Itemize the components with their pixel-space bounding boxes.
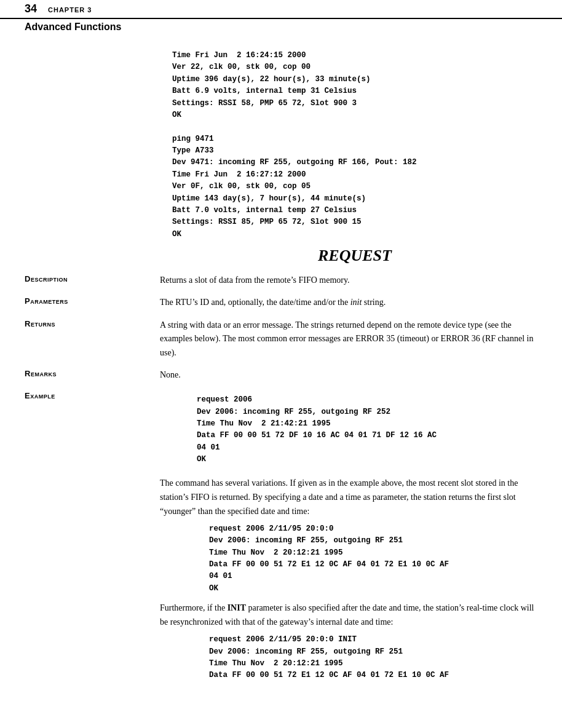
returns-content: A string with data or an error message. … [160, 318, 537, 360]
paragraph2-before: Furthermore, if the [160, 603, 228, 612]
main-content: Time Fri Jun 2 16:24:15 2000 Ver 22, clk… [0, 34, 562, 705]
top-code-block: Time Fri Jun 2 16:24:15 2000 Ver 22, clk… [172, 50, 537, 240]
page: 34 CHAPTER 3 Advanced Functions Time Fri… [0, 0, 562, 728]
chapter-label: CHAPTER 3 [48, 6, 92, 14]
parameters-content: The RTU’s ID and, optionally, the date/t… [160, 296, 537, 309]
paragraph1: The command has several variations. If g… [160, 476, 537, 518]
indented-code-2: request 2006 2/11/95 20:0:0 INIT Dev 200… [209, 634, 537, 682]
parameters-row: Parameters The RTU’s ID and, optionally,… [25, 296, 537, 309]
request-heading: REQUEST [172, 247, 537, 265]
returns-row: Returns A string with data or an error m… [25, 318, 537, 360]
returns-label: Returns [25, 318, 160, 360]
page-header: 34 CHAPTER 3 [0, 0, 562, 19]
description-row: Description Returns a slot of data from … [25, 274, 537, 287]
description-content: Returns a slot of data from the remote’s… [160, 274, 537, 287]
indented-code-1: request 2006 2/11/95 20:0:0 Dev 2006: in… [209, 523, 537, 595]
section-title: Advanced Functions [0, 19, 562, 34]
example-row: Example request 2006 Dev 2006: incoming … [25, 390, 537, 469]
example-content: request 2006 Dev 2006: incoming RF 255, … [160, 390, 537, 469]
init-italic: init [350, 298, 362, 307]
remarks-label: Remarks [25, 368, 160, 382]
paragraph1-wrapper: The command has several variations. If g… [160, 476, 537, 682]
description-label: Description [25, 274, 160, 287]
chapter-number: 34 [25, 2, 37, 15]
remarks-content: None. [160, 368, 537, 382]
example-label: Example [25, 390, 160, 469]
example-code-block: request 2006 Dev 2006: incoming RF 255, … [197, 394, 537, 465]
parameters-label: Parameters [25, 296, 160, 309]
paragraph2: Furthermore, if the INIT parameter is al… [160, 601, 537, 629]
remarks-row: Remarks None. [25, 368, 537, 382]
init-bold: INIT [228, 603, 246, 612]
